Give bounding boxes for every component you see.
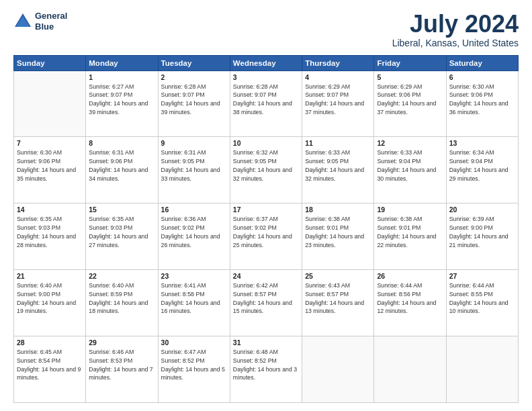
col-friday: Friday (374, 55, 446, 71)
day-info: Sunrise: 6:30 AMSunset: 9:06 PMDaylight:… (17, 148, 83, 183)
day-number: 11 (305, 139, 371, 147)
table-row: 9 Sunrise: 6:31 AMSunset: 9:05 PMDayligh… (158, 137, 230, 203)
day-number: 2 (161, 73, 227, 81)
calendar-week-row: 21 Sunrise: 6:40 AMSunset: 9:00 PMDaylig… (14, 270, 519, 336)
table-row: 5 Sunrise: 6:29 AMSunset: 9:06 PMDayligh… (374, 71, 446, 137)
day-info: Sunrise: 6:35 AMSunset: 9:03 PMDaylight:… (17, 215, 83, 249)
col-sunday: Sunday (14, 55, 86, 71)
day-number: 22 (89, 272, 154, 280)
day-number: 20 (449, 205, 515, 214)
table-row: 15 Sunrise: 6:35 AMSunset: 9:03 PMDaylig… (86, 203, 158, 270)
day-info: Sunrise: 6:31 AMSunset: 9:05 PMDaylight:… (161, 148, 227, 183)
day-number: 7 (17, 139, 83, 147)
calendar-week-row: 28 Sunrise: 6:45 AMSunset: 8:54 PMDaylig… (14, 336, 519, 403)
table-row: 11 Sunrise: 6:33 AMSunset: 9:05 PMDaylig… (302, 137, 374, 203)
col-monday: Monday (86, 55, 158, 71)
day-number: 31 (233, 338, 299, 347)
calendar-table: Sunday Monday Tuesday Wednesday Thursday… (13, 55, 519, 403)
day-number: 19 (377, 205, 443, 214)
table-row: 8 Sunrise: 6:31 AMSunset: 9:06 PMDayligh… (86, 137, 158, 203)
table-row: 24 Sunrise: 6:42 AMSunset: 8:57 PMDaylig… (230, 270, 302, 336)
table-row (374, 336, 446, 403)
logo-icon (13, 12, 32, 31)
day-number: 18 (305, 205, 371, 214)
table-row: 14 Sunrise: 6:35 AMSunset: 9:03 PMDaylig… (14, 203, 86, 270)
table-row: 19 Sunrise: 6:38 AMSunset: 9:01 PMDaylig… (374, 203, 446, 270)
subtitle: Liberal, Kansas, United States (392, 38, 519, 48)
day-info: Sunrise: 6:32 AMSunset: 9:05 PMDaylight:… (233, 148, 299, 183)
day-number: 27 (449, 272, 515, 280)
table-row: 23 Sunrise: 6:41 AMSunset: 8:58 PMDaylig… (158, 270, 230, 336)
day-info: Sunrise: 6:33 AMSunset: 9:04 PMDaylight:… (377, 148, 443, 183)
title-block: July 2024 Liberal, Kansas, United States (392, 11, 519, 48)
calendar-header-row: Sunday Monday Tuesday Wednesday Thursday… (14, 55, 519, 71)
day-number: 24 (233, 272, 299, 280)
day-number: 16 (161, 205, 227, 214)
day-info: Sunrise: 6:46 AMSunset: 8:53 PMDaylight:… (89, 348, 154, 382)
day-number: 30 (161, 338, 227, 347)
day-info: Sunrise: 6:40 AMSunset: 8:59 PMDaylight:… (89, 281, 154, 316)
day-number: 1 (89, 73, 154, 81)
main-title: July 2024 (392, 11, 519, 38)
day-info: Sunrise: 6:29 AMSunset: 9:07 PMDaylight:… (305, 83, 371, 117)
table-row: 20 Sunrise: 6:39 AMSunset: 9:00 PMDaylig… (446, 203, 518, 270)
day-number: 23 (161, 272, 227, 280)
calendar-week-row: 14 Sunrise: 6:35 AMSunset: 9:03 PMDaylig… (14, 203, 519, 270)
day-info: Sunrise: 6:36 AMSunset: 9:02 PMDaylight:… (161, 215, 227, 249)
table-row: 22 Sunrise: 6:40 AMSunset: 8:59 PMDaylig… (86, 270, 158, 336)
table-row: 31 Sunrise: 6:48 AMSunset: 8:52 PMDaylig… (230, 336, 302, 403)
day-info: Sunrise: 6:47 AMSunset: 8:52 PMDaylight:… (161, 348, 227, 382)
day-info: Sunrise: 6:29 AMSunset: 9:06 PMDaylight:… (377, 83, 443, 117)
calendar-week-row: 1 Sunrise: 6:27 AMSunset: 9:07 PMDayligh… (14, 71, 519, 137)
day-info: Sunrise: 6:40 AMSunset: 9:00 PMDaylight:… (17, 281, 83, 316)
table-row (14, 71, 86, 137)
table-row: 13 Sunrise: 6:34 AMSunset: 9:04 PMDaylig… (446, 137, 518, 203)
day-info: Sunrise: 6:41 AMSunset: 8:58 PMDaylight:… (161, 281, 227, 316)
day-number: 8 (89, 139, 154, 147)
day-info: Sunrise: 6:35 AMSunset: 9:03 PMDaylight:… (89, 215, 154, 249)
day-number: 5 (377, 73, 443, 81)
day-info: Sunrise: 6:39 AMSunset: 9:00 PMDaylight:… (449, 215, 515, 249)
day-number: 13 (449, 139, 515, 147)
col-thursday: Thursday (302, 55, 374, 71)
day-info: Sunrise: 6:28 AMSunset: 9:07 PMDaylight:… (233, 83, 299, 117)
day-number: 28 (17, 338, 83, 347)
table-row: 26 Sunrise: 6:44 AMSunset: 8:56 PMDaylig… (374, 270, 446, 336)
day-number: 25 (305, 272, 371, 280)
table-row: 7 Sunrise: 6:30 AMSunset: 9:06 PMDayligh… (14, 137, 86, 203)
logo-text: General Blue (35, 11, 67, 32)
table-row: 28 Sunrise: 6:45 AMSunset: 8:54 PMDaylig… (14, 336, 86, 403)
table-row: 6 Sunrise: 6:30 AMSunset: 9:06 PMDayligh… (446, 71, 518, 137)
table-row: 17 Sunrise: 6:37 AMSunset: 9:02 PMDaylig… (230, 203, 302, 270)
header: General Blue July 2024 Liberal, Kansas, … (13, 11, 519, 48)
day-info: Sunrise: 6:44 AMSunset: 8:55 PMDaylight:… (449, 281, 515, 316)
day-info: Sunrise: 6:37 AMSunset: 9:02 PMDaylight:… (233, 215, 299, 249)
table-row: 30 Sunrise: 6:47 AMSunset: 8:52 PMDaylig… (158, 336, 230, 403)
day-number: 6 (449, 73, 515, 81)
day-number: 15 (89, 205, 154, 214)
day-number: 26 (377, 272, 443, 280)
table-row: 21 Sunrise: 6:40 AMSunset: 9:00 PMDaylig… (14, 270, 86, 336)
table-row: 10 Sunrise: 6:32 AMSunset: 9:05 PMDaylig… (230, 137, 302, 203)
logo: General Blue (13, 11, 67, 32)
page: General Blue July 2024 Liberal, Kansas, … (0, 0, 532, 411)
table-row: 18 Sunrise: 6:38 AMSunset: 9:01 PMDaylig… (302, 203, 374, 270)
table-row: 27 Sunrise: 6:44 AMSunset: 8:55 PMDaylig… (446, 270, 518, 336)
day-info: Sunrise: 6:38 AMSunset: 9:01 PMDaylight:… (377, 215, 443, 249)
day-number: 3 (233, 73, 299, 81)
day-info: Sunrise: 6:30 AMSunset: 9:06 PMDaylight:… (449, 83, 515, 117)
day-number: 14 (17, 205, 83, 214)
day-info: Sunrise: 6:43 AMSunset: 8:57 PMDaylight:… (305, 281, 371, 316)
day-number: 17 (233, 205, 299, 214)
col-wednesday: Wednesday (230, 55, 302, 71)
day-info: Sunrise: 6:38 AMSunset: 9:01 PMDaylight:… (305, 215, 371, 249)
day-info: Sunrise: 6:31 AMSunset: 9:06 PMDaylight:… (89, 148, 154, 183)
table-row: 16 Sunrise: 6:36 AMSunset: 9:02 PMDaylig… (158, 203, 230, 270)
table-row (302, 336, 374, 403)
day-info: Sunrise: 6:28 AMSunset: 9:07 PMDaylight:… (161, 83, 227, 117)
day-info: Sunrise: 6:42 AMSunset: 8:57 PMDaylight:… (233, 281, 299, 316)
table-row: 1 Sunrise: 6:27 AMSunset: 9:07 PMDayligh… (86, 71, 158, 137)
table-row: 29 Sunrise: 6:46 AMSunset: 8:53 PMDaylig… (86, 336, 158, 403)
table-row: 4 Sunrise: 6:29 AMSunset: 9:07 PMDayligh… (302, 71, 374, 137)
table-row: 12 Sunrise: 6:33 AMSunset: 9:04 PMDaylig… (374, 137, 446, 203)
